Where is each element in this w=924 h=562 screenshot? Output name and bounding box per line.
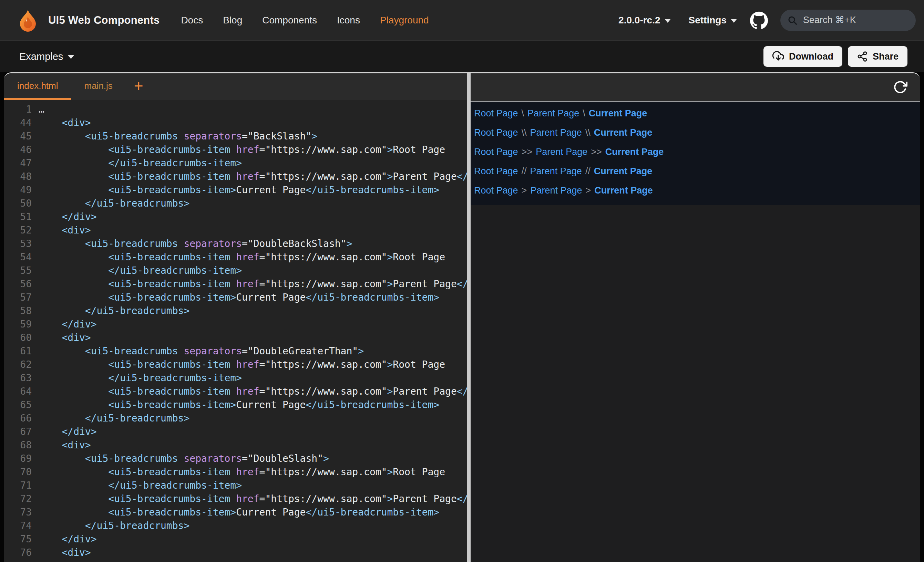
line-content: <ui5-breadcrumbs-item href="https://www.… <box>32 385 467 398</box>
line-number: 51 <box>4 210 32 223</box>
breadcrumb: Root Page\\Parent Page\\Current Page <box>474 123 920 142</box>
line-number: 68 <box>4 438 32 452</box>
refresh-button[interactable] <box>893 80 908 94</box>
code-line: 65 <ui5-breadcrumbs-item>Current Page</u… <box>4 398 467 412</box>
code-line: 74 </ui5-breadcrumbs> <box>4 519 467 532</box>
version-label: 2.0.0-rc.2 <box>618 15 660 26</box>
search-input[interactable] <box>803 15 909 25</box>
nav-link-docs[interactable]: Docs <box>181 15 203 26</box>
nav-link-blog[interactable]: Blog <box>223 15 242 26</box>
code-line: 57 <ui5-breadcrumbs-item>Current Page</u… <box>4 291 467 304</box>
code-line: 45 <ui5-breadcrumbs separators="BackSlas… <box>4 129 467 143</box>
code-line: 72 <ui5-breadcrumbs-item href="https://w… <box>4 492 467 505</box>
line-number: 56 <box>4 277 32 291</box>
line-content: <div> <box>32 331 91 345</box>
breadcrumb-link[interactable]: Root Page <box>474 108 518 119</box>
line-content: <ui5-breadcrumbs separators="DoubleSlash… <box>32 452 329 465</box>
code-editor[interactable]: 1…44 <div>45 <ui5-breadcrumbs separators… <box>4 100 467 562</box>
line-content: <ui5-breadcrumbs separators="BackSlash"> <box>32 129 317 143</box>
line-content: <ui5-breadcrumbs-item href="https://www.… <box>32 143 445 156</box>
code-line: 48 <ui5-breadcrumbs-item href="https://w… <box>4 170 467 183</box>
share-button[interactable]: Share <box>848 46 908 67</box>
editor-pane: index.htmlmain.js + 1…44 <div>45 <ui5-br… <box>4 73 467 562</box>
line-number: 73 <box>4 505 32 519</box>
github-link[interactable] <box>750 11 768 29</box>
line-content: <ui5-breadcrumbs-item href="https://www.… <box>32 465 445 479</box>
examples-dropdown[interactable]: Examples <box>19 51 74 62</box>
line-content: <ui5-breadcrumbs-item href="https://www.… <box>32 250 445 264</box>
line-number: 53 <box>4 237 32 250</box>
line-content: <ui5-breadcrumbs-item href="https://www.… <box>32 277 467 291</box>
code-line: 67 </div> <box>4 425 467 438</box>
breadcrumb-separator: \\ <box>522 127 527 138</box>
line-number: 52 <box>4 223 32 237</box>
breadcrumb-link[interactable]: Parent Page <box>530 166 582 177</box>
line-content: </ui5-breadcrumbs> <box>32 304 189 318</box>
code-line: 59 </div> <box>4 318 467 331</box>
add-tab-button[interactable]: + <box>126 72 152 100</box>
code-line: 54 <ui5-breadcrumbs-item href="https://w… <box>4 250 467 264</box>
line-number: 59 <box>4 318 32 331</box>
search-box[interactable] <box>780 10 916 31</box>
line-number: 60 <box>4 331 32 345</box>
plus-icon: + <box>134 76 143 95</box>
line-number: 64 <box>4 385 32 398</box>
breadcrumb-separator: > <box>585 185 591 196</box>
breadcrumb-current-page: Current Page <box>594 127 652 138</box>
line-content: <ui5-breadcrumbs-item href="https://www.… <box>32 170 467 183</box>
settings-label: Settings <box>689 15 727 26</box>
tab-index-html[interactable]: index.html <box>4 73 71 100</box>
line-number: 46 <box>4 143 32 156</box>
version-dropdown[interactable]: 2.0.0-rc.2 <box>618 15 670 26</box>
code-line: 44 <div> <box>4 116 467 129</box>
line-content: </ui5-breadcrumbs-item> <box>32 371 242 385</box>
breadcrumb-link[interactable]: Root Page <box>474 185 518 196</box>
breadcrumb-link[interactable]: Parent Page <box>530 185 582 196</box>
code-line: 62 <ui5-breadcrumbs-item href="https://w… <box>4 358 467 371</box>
settings-dropdown[interactable]: Settings <box>689 15 737 26</box>
code-line: 66 </ui5-breadcrumbs> <box>4 412 467 425</box>
top-navbar: UI5 Web Components DocsBlogComponentsIco… <box>0 0 924 40</box>
breadcrumb-link[interactable]: Root Page <box>474 166 518 177</box>
split-divider-handle[interactable] <box>467 73 471 562</box>
breadcrumb-link[interactable]: Root Page <box>474 127 518 138</box>
nav-links: DocsBlogComponentsIconsPlayground <box>181 15 429 26</box>
breadcrumb-current-page: Current Page <box>605 147 664 157</box>
line-content: <ui5-breadcrumbs-item>Current Page</ui5-… <box>32 291 439 304</box>
github-icon <box>750 11 768 29</box>
brand-title: UI5 Web Components <box>48 14 159 27</box>
code-line: 47 </ui5-breadcrumbs-item> <box>4 156 467 170</box>
line-number: 66 <box>4 412 32 425</box>
download-button[interactable]: Download <box>764 46 842 67</box>
preview-pane: Root Page\Parent Page\Current PageRoot P… <box>471 73 920 562</box>
breadcrumb-link[interactable]: Parent Page <box>536 147 587 157</box>
share-label: Share <box>873 51 898 62</box>
line-number: 49 <box>4 183 32 196</box>
line-content: <ui5-breadcrumbs-item>Current Page</ui5-… <box>32 183 439 196</box>
line-content: <ui5-breadcrumbs-item>Current Page</ui5-… <box>32 505 439 519</box>
line-content: </ui5-breadcrumbs-item> <box>32 479 242 492</box>
nav-link-playground[interactable]: Playground <box>380 15 429 26</box>
line-content: <ui5-breadcrumbs separators="DoubleBackS… <box>32 237 352 250</box>
code-line: 55 </ui5-breadcrumbs-item> <box>4 264 467 277</box>
breadcrumb-current-page: Current Page <box>594 185 653 196</box>
chevron-down-icon <box>731 19 737 23</box>
code-line: 64 <ui5-breadcrumbs-item href="https://w… <box>4 385 467 398</box>
breadcrumb-link[interactable]: Parent Page <box>530 127 582 138</box>
tab-main-js[interactable]: main.js <box>71 73 126 100</box>
nav-link-components[interactable]: Components <box>262 15 317 26</box>
search-icon <box>787 15 798 25</box>
breadcrumb-link[interactable]: Parent Page <box>528 108 579 119</box>
line-number: 70 <box>4 465 32 479</box>
line-content: <ui5-breadcrumbs-item>Current Page</ui5-… <box>32 398 439 412</box>
code-line: 60 <div> <box>4 331 467 345</box>
line-number: 62 <box>4 358 32 371</box>
code-line: 53 <ui5-breadcrumbs separators="DoubleBa… <box>4 237 467 250</box>
line-number: 50 <box>4 196 32 210</box>
nav-link-icons[interactable]: Icons <box>337 15 360 26</box>
chevron-down-icon <box>68 55 74 59</box>
code-line: 73 <ui5-breadcrumbs-item>Current Page</u… <box>4 505 467 519</box>
code-line: 58 </ui5-breadcrumbs> <box>4 304 467 318</box>
code-line: 71 </ui5-breadcrumbs-item> <box>4 479 467 492</box>
breadcrumb-link[interactable]: Root Page <box>474 147 518 157</box>
